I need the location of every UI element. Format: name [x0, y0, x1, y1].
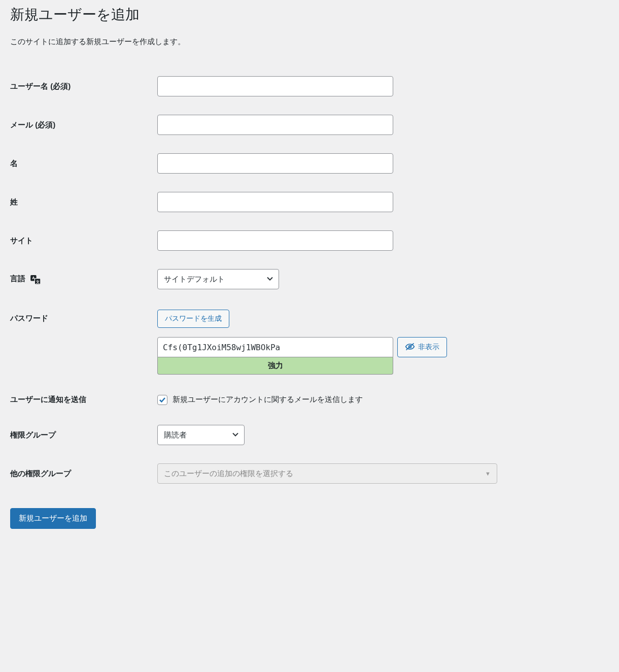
email-label: メール (必須) [10, 106, 157, 144]
svg-text:文: 文 [36, 279, 40, 284]
password-strength-meter: 強力 [157, 357, 393, 375]
last-name-label: 姓 [10, 183, 157, 221]
generate-password-button[interactable]: パスワードを生成 [157, 310, 229, 328]
eye-slash-icon [405, 342, 415, 353]
role-label: 権限グループ [10, 416, 157, 454]
other-roles-placeholder: このユーザーの追加の権限を選択する [164, 469, 293, 479]
hide-password-button[interactable]: 非表示 [397, 337, 447, 357]
send-notification-label: ユーザーに通知を送信 [10, 384, 157, 416]
password-input[interactable] [157, 337, 393, 357]
email-input[interactable] [157, 115, 393, 135]
triangle-down-icon: ▼ [485, 471, 491, 477]
password-label: パスワード [10, 298, 157, 384]
language-label: 言語 [10, 274, 25, 283]
website-label: サイト [10, 221, 157, 260]
role-select-value: 購読者 [164, 430, 187, 440]
language-select[interactable]: サイトデフォルト [157, 269, 279, 289]
page-description: このサイトに追加する新規ユーザーを作成します。 [10, 37, 609, 47]
other-roles-label: 他の権限グループ [10, 454, 157, 493]
first-name-input[interactable] [157, 153, 393, 174]
page-title: 新規ユーザーを追加 [10, 5, 609, 24]
translate-icon: A 文 [30, 275, 41, 284]
send-notification-checkbox-label: 新規ユーザーにアカウントに関するメールを送信します [173, 395, 363, 405]
language-select-value: サイトデフォルト [164, 275, 225, 284]
add-user-form: ユーザー名 (必須) メール (必須) 名 姓 サイト [10, 67, 609, 493]
website-input[interactable] [157, 230, 393, 251]
role-select[interactable]: 購読者 [157, 425, 245, 445]
username-input[interactable] [157, 76, 393, 96]
hide-password-label: 非表示 [418, 343, 439, 352]
username-label: ユーザー名 (必須) [10, 67, 157, 106]
send-notification-checkbox[interactable] [157, 395, 167, 405]
other-roles-select[interactable]: このユーザーの追加の権限を選択する ▼ [157, 463, 497, 484]
first-name-label: 名 [10, 144, 157, 183]
add-user-submit-button[interactable]: 新規ユーザーを追加 [10, 508, 96, 529]
last-name-input[interactable] [157, 192, 393, 212]
